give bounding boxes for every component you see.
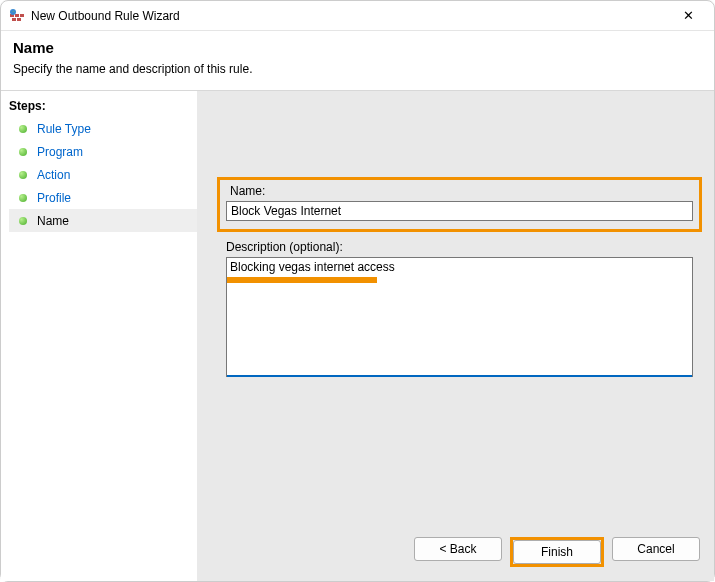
bullet-icon xyxy=(19,194,27,202)
close-button[interactable]: ✕ xyxy=(666,6,710,25)
description-group: Description (optional): Blocking vegas i… xyxy=(226,240,693,377)
wizard-body: Steps: Rule Type Program Action Profile … xyxy=(1,91,714,581)
titlebar: New Outbound Rule Wizard ✕ xyxy=(1,1,714,31)
description-input[interactable]: Blocking vegas internet access xyxy=(226,257,693,377)
name-label: Name: xyxy=(230,184,693,198)
svg-rect-4 xyxy=(17,18,21,21)
form-area: Name: Description (optional): Blocking v… xyxy=(217,177,702,377)
wizard-footer: < Back Finish Cancel xyxy=(414,537,700,567)
name-input[interactable] xyxy=(226,201,693,221)
step-action[interactable]: Action xyxy=(9,163,197,186)
finish-button-highlight: Finish xyxy=(510,537,604,567)
firewall-icon xyxy=(9,8,25,24)
step-link[interactable]: Program xyxy=(37,145,83,159)
svg-rect-1 xyxy=(15,14,19,17)
name-field-highlight: Name: xyxy=(217,177,702,232)
steps-sidebar: Steps: Rule Type Program Action Profile … xyxy=(1,91,197,581)
bullet-icon xyxy=(19,217,27,225)
page-subtitle: Specify the name and description of this… xyxy=(13,62,702,76)
svg-rect-3 xyxy=(12,18,16,21)
page-title: Name xyxy=(13,39,702,56)
step-link[interactable]: Profile xyxy=(37,191,71,205)
description-highlight xyxy=(227,277,377,283)
cancel-button[interactable]: Cancel xyxy=(612,537,700,561)
description-label: Description (optional): xyxy=(226,240,693,254)
step-rule-type[interactable]: Rule Type xyxy=(9,117,197,140)
bullet-icon xyxy=(19,125,27,133)
step-link[interactable]: Rule Type xyxy=(37,122,91,136)
steps-heading: Steps: xyxy=(9,97,197,117)
bullet-icon xyxy=(19,171,27,179)
wizard-header: Name Specify the name and description of… xyxy=(1,31,714,91)
step-current-label: Name xyxy=(37,214,69,228)
wizard-window: New Outbound Rule Wizard ✕ Name Specify … xyxy=(0,0,715,582)
svg-rect-2 xyxy=(20,14,24,17)
focus-underline xyxy=(227,375,692,377)
step-profile[interactable]: Profile xyxy=(9,186,197,209)
main-panel: Name: Description (optional): Blocking v… xyxy=(197,91,714,581)
step-name[interactable]: Name xyxy=(9,209,197,232)
finish-button[interactable]: Finish xyxy=(513,540,601,564)
window-title: New Outbound Rule Wizard xyxy=(31,9,180,23)
step-link[interactable]: Action xyxy=(37,168,70,182)
step-program[interactable]: Program xyxy=(9,140,197,163)
description-text: Blocking vegas internet access xyxy=(230,260,395,274)
back-button[interactable]: < Back xyxy=(414,537,502,561)
bullet-icon xyxy=(19,148,27,156)
